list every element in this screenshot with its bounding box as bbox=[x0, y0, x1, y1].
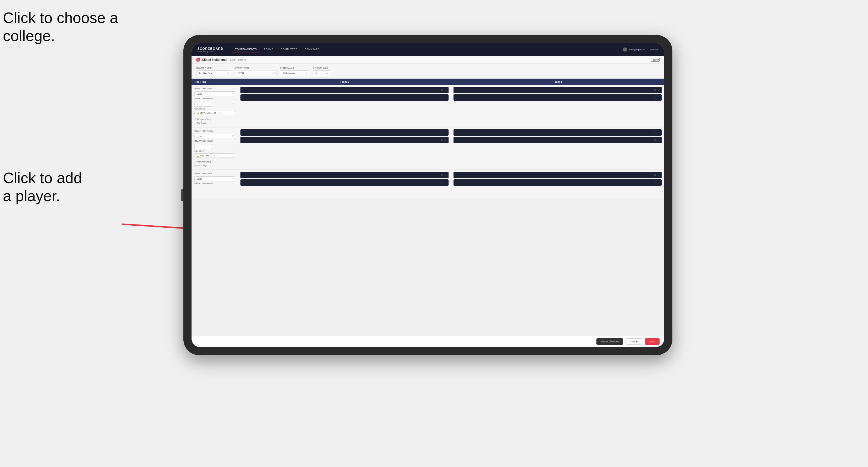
course-flag-icon-2: ⛳ bbox=[196, 155, 199, 157]
player-slot-2-4[interactable]: ✕ ⌄ bbox=[454, 137, 662, 143]
sign-out-link[interactable]: Sign out bbox=[650, 48, 658, 51]
player-slot-2-2[interactable]: ✕ ⌄ bbox=[241, 137, 448, 143]
start-time-input[interactable] bbox=[235, 70, 277, 76]
course-remove-1[interactable]: × bbox=[218, 112, 219, 115]
expand-icon-2-3[interactable]: ✕ bbox=[654, 131, 656, 134]
expand-icon-3-2[interactable]: ✕ bbox=[441, 181, 443, 184]
course-label-2: COURSE: bbox=[194, 150, 235, 152]
start-time-input-wrap: ⓘ bbox=[235, 70, 277, 76]
player-slot-1-3[interactable]: ✕ ⌄ bbox=[454, 87, 662, 93]
team2-slots-1: ✕ ⌄ ✕ ⌄ bbox=[451, 85, 664, 127]
tee-left-2: STARTING TIME: STARTING HOLE: 1 COURSE: bbox=[191, 127, 238, 169]
course-remove-2[interactable]: × bbox=[214, 154, 216, 157]
expand-icon-3-3[interactable]: ✕ bbox=[654, 174, 656, 177]
expand-icon-3-4[interactable]: ✕ bbox=[654, 181, 656, 184]
sub-header: C Clippd Invitational Men Hosting ‹ Back bbox=[191, 56, 664, 64]
player-slot-3-3[interactable]: ✕ ⌄ bbox=[454, 172, 662, 178]
nav-tab-tournaments[interactable]: TOURNAMENTS bbox=[232, 46, 260, 53]
course-chevron-icon-2[interactable]: ▾ bbox=[217, 155, 218, 157]
chevron-icon-2-1[interactable]: ⌄ bbox=[444, 131, 446, 134]
intervals-label: Intervals bbox=[280, 67, 309, 69]
player-slot-3-4[interactable]: ✕ ⌄ bbox=[454, 179, 662, 186]
start-type-select[interactable]: 1st Tee Start bbox=[196, 70, 231, 76]
back-button[interactable]: ‹ Back bbox=[651, 58, 659, 62]
starting-hole-select-1[interactable]: 1 bbox=[194, 102, 212, 106]
scroll-area[interactable]: STARTING TIME: STARTING HOLE: 1 COURSE: bbox=[191, 85, 664, 336]
team2-slots-3: ✕ ⌄ ✕ ⌄ bbox=[451, 170, 664, 198]
starting-time-input-1[interactable] bbox=[194, 91, 235, 96]
intervals-select[interactable]: 10 Minutes bbox=[280, 70, 309, 76]
chevron-icon-2-2[interactable]: ⌄ bbox=[444, 139, 446, 142]
expand-icon-2-4[interactable]: ✕ bbox=[654, 139, 656, 142]
nav-tabs: TOURNAMENTS TEAMS COMMITTEE RANKINGS bbox=[232, 46, 623, 53]
app-logo: SCOREBOARD Powered by clippd bbox=[197, 47, 223, 53]
starting-time-input-3[interactable] bbox=[194, 177, 235, 181]
chevron-icon-3-4[interactable]: ⌄ bbox=[657, 181, 659, 184]
start-time-info-icon: ⓘ bbox=[273, 72, 275, 75]
course-name-2: East Lake GC bbox=[200, 155, 213, 157]
starting-time-input-2[interactable] bbox=[194, 134, 235, 139]
chevron-icon-1-2[interactable]: ⌄ bbox=[444, 96, 446, 99]
chevron-icon-2-3[interactable]: ⌄ bbox=[657, 131, 659, 134]
tournament-name: Clippd Invitational bbox=[202, 58, 227, 61]
expand-icon-1-4[interactable]: ✕ bbox=[654, 96, 656, 99]
tee-left-1: STARTING TIME: STARTING HOLE: 1 COURSE: bbox=[191, 85, 238, 127]
course-tag-1[interactable]: ⛳ (A) Peachtree GC × ▾ bbox=[194, 111, 235, 115]
tee-actions-2: ⊖ Remove Group + Add Group bbox=[194, 160, 235, 167]
starting-hole-select-2[interactable]: 1 bbox=[194, 144, 212, 149]
remove-icon-2: ⊖ bbox=[194, 160, 196, 163]
course-tag-2[interactable]: ⛳ East Lake GC × ▾ bbox=[194, 153, 235, 158]
expand-icon-1-3[interactable]: ✕ bbox=[654, 89, 656, 91]
cancel-button[interactable]: Cancel bbox=[625, 338, 643, 345]
starting-time-label-3: STARTING TIME: bbox=[194, 173, 235, 175]
expand-icon-3-1[interactable]: ✕ bbox=[441, 174, 443, 177]
expand-icon-1-1[interactable]: ✕ bbox=[441, 89, 443, 91]
player-slot-1-2[interactable]: ✕ ⌄ bbox=[241, 94, 448, 101]
player-slot-1-4[interactable]: ✕ ⌄ bbox=[454, 94, 662, 101]
chevron-icon-3-3[interactable]: ⌄ bbox=[657, 174, 659, 177]
group-size-select-wrap: 3 bbox=[313, 70, 330, 76]
nav-tab-rankings[interactable]: RANKINGS bbox=[302, 46, 322, 53]
expand-icon-2-1[interactable]: ✕ bbox=[441, 131, 443, 134]
player-slot-3-1[interactable]: ✕ ⌄ bbox=[241, 172, 448, 178]
course-label-1: COURSE: bbox=[194, 108, 235, 110]
tablet-screen: SCOREBOARD Powered by clippd TOURNAMENTS… bbox=[191, 43, 664, 347]
starting-hole-label-1: STARTING HOLE: bbox=[194, 97, 235, 100]
remove-group-btn-1[interactable]: ⊖ Remove Group bbox=[194, 118, 235, 121]
expand-icon-1-2[interactable]: ✕ bbox=[441, 96, 443, 99]
start-type-group: Start Type 1st Tee Start bbox=[196, 67, 231, 76]
team2-slots-2: ✕ ⌄ ✕ ⌄ bbox=[451, 127, 664, 169]
col-tee-time: Tee Time bbox=[191, 79, 238, 85]
chevron-icon-3-1[interactable]: ⌄ bbox=[444, 174, 446, 177]
reset-changes-button[interactable]: Reset Changes bbox=[596, 338, 623, 345]
annotation-add-player: Click to add a player. bbox=[3, 169, 82, 205]
player-slot-2-3[interactable]: ✕ ⌄ bbox=[454, 129, 662, 136]
chevron-icon-1-3[interactable]: ⌄ bbox=[657, 89, 659, 91]
chevron-icon-2-4[interactable]: ⌄ bbox=[657, 139, 659, 142]
starting-time-wrap-3 bbox=[194, 176, 235, 181]
tournament-tag: Men bbox=[229, 58, 237, 61]
add-group-btn-2[interactable]: + Add Group bbox=[194, 164, 235, 167]
tee-actions-1: ⊖ Remove Group + Add Group bbox=[194, 118, 235, 125]
starting-time-label-2: STARTING TIME: bbox=[194, 130, 235, 132]
add-group-btn-1[interactable]: + Add Group bbox=[194, 121, 235, 125]
save-button[interactable]: Save bbox=[645, 338, 659, 345]
player-slot-2-1[interactable]: ✕ ⌄ bbox=[241, 129, 448, 136]
nav-tab-committee[interactable]: COMMITTEE bbox=[278, 46, 301, 53]
breadcrumb: C Clippd Invitational Men Hosting bbox=[196, 58, 246, 62]
starting-hole-wrap-2: 1 bbox=[194, 143, 235, 149]
course-chevron-icon-1[interactable]: ▾ bbox=[220, 112, 221, 115]
player-slot-3-2[interactable]: ✕ ⌄ bbox=[241, 179, 448, 186]
group-size-group: Group Size 3 bbox=[313, 67, 330, 76]
chevron-icon-3-2[interactable]: ⌄ bbox=[444, 181, 446, 184]
group-size-select[interactable]: 3 bbox=[313, 70, 330, 76]
player-slot-1-1[interactable]: ✕ ⌄ bbox=[241, 87, 448, 93]
chevron-icon-1-1[interactable]: ⌄ bbox=[444, 89, 446, 91]
expand-icon-2-2[interactable]: ✕ bbox=[441, 139, 443, 142]
chevron-icon-1-4[interactable]: ⌄ bbox=[657, 96, 659, 99]
annotation-choose-college: Click to choose a college. bbox=[3, 9, 118, 45]
intervals-select-wrap: 10 Minutes bbox=[280, 70, 309, 76]
nav-tab-teams[interactable]: TEAMS bbox=[261, 46, 277, 53]
col-team2: Team 2 bbox=[451, 79, 664, 85]
remove-group-btn-2[interactable]: ⊖ Remove Group bbox=[194, 160, 235, 163]
